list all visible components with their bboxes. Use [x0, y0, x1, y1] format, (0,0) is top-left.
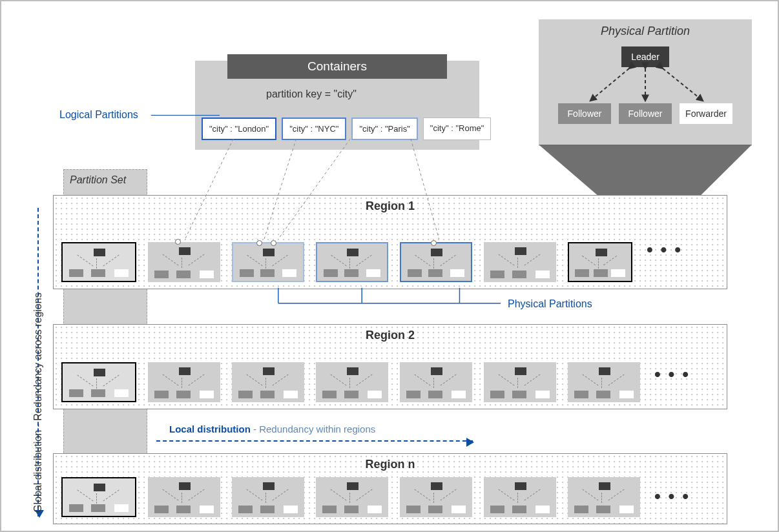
physical-partition-rn-6: [484, 477, 556, 517]
global-distribution-label: Global distribution - Redundancy across …: [32, 292, 44, 513]
logical-partitions-label: Logical Partitions: [59, 109, 138, 121]
svg-line-0: [590, 68, 629, 101]
partition-set-member-rn: [61, 477, 136, 517]
region-1: Region 1 • • •: [53, 195, 727, 289]
physical-partition-arrows: [539, 19, 752, 146]
more-partitions-r1: • • •: [647, 240, 682, 260]
physical-partition-r1-6: [484, 242, 556, 282]
physical-partition-r2-7: [568, 362, 640, 402]
logical-partitions-leader-line: [151, 115, 220, 116]
physical-partition-r1-4: [316, 242, 388, 282]
physical-partition-callout: Physical Partition Leader Follower Follo…: [539, 19, 752, 146]
city-london: "city" : "London": [202, 118, 276, 140]
diagram-frame: Containers partition key = "city" "city"…: [0, 0, 779, 532]
physical-partition-rn-3: [232, 477, 304, 517]
city-rome: "city" : "Rome": [423, 118, 491, 140]
local-distribution-strong: Local distribution: [169, 424, 251, 435]
region-1-title: Region 1: [54, 200, 727, 213]
physical-partition-r2-4: [316, 362, 388, 402]
physical-partition-r1-2: [148, 242, 220, 282]
physical-partition-r1-7-zoomed: [568, 242, 632, 282]
more-partitions-r2: • • •: [654, 364, 690, 385]
partition-set-label: Partition Set: [70, 174, 126, 186]
physical-partition-rn-4: [316, 477, 388, 517]
physical-partitions-label: Physical Partitions: [508, 298, 592, 310]
physical-partition-rn-7: [568, 477, 640, 517]
global-distribution-strong: Global distribution: [32, 430, 43, 513]
city-paris: "city" : "Paris": [351, 118, 417, 140]
physical-partition-title: Physical Partition: [539, 25, 752, 38]
logical-partition-row: "city" : "London" "city" : "NYC" "city" …: [202, 118, 491, 140]
partition-set-member-r2: [61, 362, 136, 402]
physical-partition-r2-2: [148, 362, 220, 402]
local-distribution-label: Local distribution - Redundancy within r…: [169, 424, 375, 435]
local-distribution-arrow: [156, 440, 473, 442]
forwarder-node: Forwarder: [680, 103, 732, 124]
global-distribution-sub: - Redundancy across regions: [32, 292, 43, 430]
more-partitions-rn: • • •: [654, 486, 690, 507]
physical-partition-rn-2: [148, 477, 220, 517]
physical-partition-r2-3: [232, 362, 304, 402]
region-2-title: Region 2: [54, 329, 727, 342]
city-nyc: "city" : "NYC": [282, 118, 346, 140]
region-n-title: Region n: [54, 458, 727, 471]
physical-partition-r1-5: [400, 242, 472, 282]
containers-header: Containers: [227, 54, 447, 79]
svg-line-2: [663, 68, 703, 101]
physical-partition-r2-6: [484, 362, 556, 402]
local-distribution-sub: - Redundancy within regions: [251, 424, 375, 435]
region-2: Region 2 • • •: [53, 324, 727, 409]
partition-set-member-r1: [61, 242, 136, 282]
physical-partition-r2-5: [400, 362, 472, 402]
follower-node-1: Follower: [558, 103, 611, 124]
region-n: Region n • • •: [53, 453, 727, 524]
partition-key-text: partition key = "city": [266, 88, 357, 100]
physical-partition-rn-5: [400, 477, 472, 517]
follower-node-2: Follower: [619, 103, 672, 124]
leader-node: Leader: [621, 46, 669, 67]
physical-partition-r1-3: [232, 242, 304, 282]
